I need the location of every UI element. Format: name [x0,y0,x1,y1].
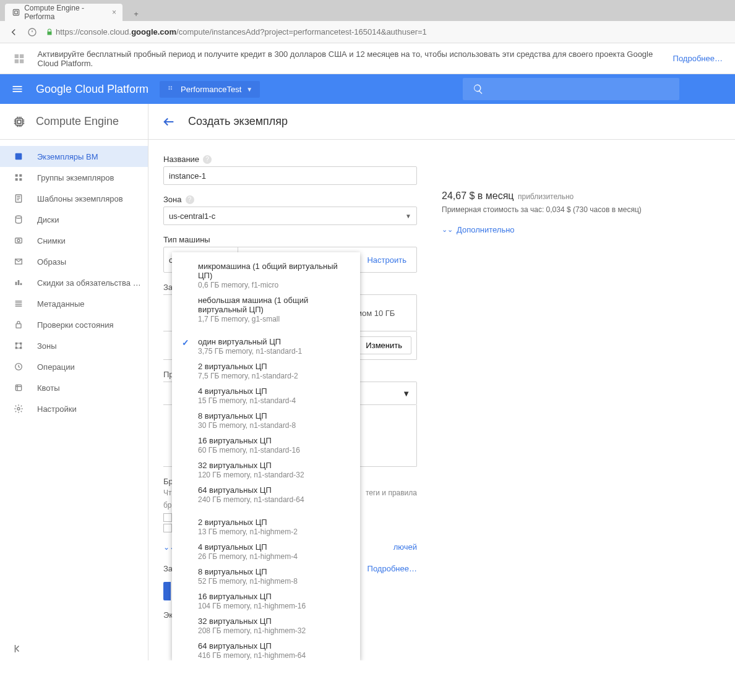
sidebar-item-icon [14,152,26,161]
sidebar-item-label: Проверки состояния [37,320,114,330]
name-input[interactable] [163,166,417,185]
option-subtitle: 26 ГБ memory, n1-highmem-4 [198,552,348,561]
option-title: 8 виртуальных ЦП [198,567,348,576]
machine-type-option[interactable]: 4 виртуальных ЦП15 ГБ memory, n1-standar… [172,383,360,408]
svg-point-6 [171,88,172,90]
machine-type-option[interactable]: 32 виртуальных ЦП208 ГБ memory, n1-highm… [172,613,360,638]
option-title: 2 виртуальных ЦП [198,362,348,371]
sidebar-item-label: Образы [37,257,66,267]
url-bar[interactable]: https://console.cloud.google.com/compute… [56,27,427,36]
change-boot-disk-button[interactable]: Изменить [356,336,411,354]
option-subtitle: 60 ГБ memory, n1-standard-16 [198,446,348,455]
back-arrow-icon[interactable] [162,115,176,129]
sidebar-item[interactable]: Зоны [0,335,148,356]
zone-select[interactable]: us-central1-c ▼ [163,207,417,225]
svg-rect-7 [16,118,23,125]
machine-type-option[interactable]: 4 виртуальных ЦП26 ГБ memory, n1-highmem… [172,539,360,564]
tab-close-icon[interactable]: × [112,8,116,17]
machine-type-option[interactable]: один виртуальный ЦП3,75 ГБ memory, n1-st… [172,334,360,359]
browser-chrome: Compute Engine - Performa × + https://co… [0,0,735,43]
option-title: 2 виртуальных ЦП [198,518,348,527]
sidebar-item[interactable]: Шаблоны экземпляров [0,188,148,209]
sidebar-item[interactable]: Квоты [0,377,148,398]
sidebar-item-label: Диски [37,215,59,224]
sidebar: Compute Engine Экземпляры ВМГруппы экзем… [0,104,148,660]
search-icon [473,83,484,95]
help-icon[interactable]: ? [186,195,194,204]
sidebar-item[interactable]: Экземпляры ВМ [0,146,148,167]
name-label: Название? [163,155,417,164]
machine-type-option[interactable]: 64 виртуальных ЦП240 ГБ memory, n1-stand… [172,482,360,507]
option-subtitle: 104 ГБ memory, n1-highmem-16 [198,602,348,610]
sidebar-item-label: Шаблоны экземпляров [37,194,123,203]
sidebar-item-label: Метаданные [37,299,85,309]
machine-type-option[interactable]: 2 виртуальных ЦП7,5 ГБ memory, n1-standa… [172,359,360,383]
option-title: 4 виртуальных ЦП [198,386,348,396]
cost-expand-link[interactable]: ⌄⌄ Дополнительно [442,225,642,234]
sidebar-header: Compute Engine [0,104,148,140]
svg-point-18 [17,408,20,410]
sidebar-item-icon [14,194,26,203]
sidebar-item-label: Настройки [37,404,77,414]
project-selector[interactable]: PerformanceTest ▼ [160,81,260,98]
sidebar-item-icon [14,404,26,414]
option-subtitle: 208 ГБ memory, n1-highmem-32 [198,626,348,635]
option-title: 64 виртуальных ЦП [198,641,348,651]
option-subtitle: 120 ГБ memory, n1-standard-32 [198,471,348,479]
machine-type-option[interactable]: микромашина (1 общий виртуальный ЦП)0,6 … [172,258,360,292]
caret-down-icon: ▼ [405,213,411,220]
gift-icon [12,51,27,66]
sidebar-item[interactable]: Операции [0,356,148,377]
equiv-label: За [163,564,173,573]
create-button[interactable] [163,582,171,600]
sidebar-item[interactable]: Диски [0,209,148,230]
sidebar-item[interactable]: Снимки [0,230,148,251]
machine-type-option[interactable]: небольшая машина (1 общий виртуальный ЦП… [172,292,360,327]
customize-link[interactable]: Настроить [357,255,416,265]
svg-point-5 [168,88,170,90]
machine-type-option[interactable]: 8 виртуальных ЦП30 ГБ memory, n1-standar… [172,408,360,433]
search-input[interactable] [463,78,679,100]
browser-tab[interactable]: Compute Engine - Performa × [5,4,123,21]
collapse-sidebar-icon[interactable] [12,643,24,654]
machine-type-option[interactable]: 16 виртуальных ЦП60 ГБ memory, n1-standa… [172,433,360,458]
svg-rect-8 [17,120,21,124]
svg-rect-1 [14,11,17,14]
machine-type-option[interactable]: 64 виртуальных ЦП416 ГБ memory, n1-highm… [172,638,360,660]
option-title: 64 виртуальных ЦП [198,485,348,495]
svg-point-11 [15,216,21,218]
menu-icon[interactable] [11,83,24,95]
identity-icon[interactable] [25,25,40,40]
machine-type-option[interactable]: 8 виртуальных ЦП52 ГБ memory, n1-highmem… [172,564,360,589]
option-title: 16 виртуальных ЦП [198,436,348,445]
help-icon[interactable]: ? [203,155,212,164]
sidebar-item-icon [14,257,26,267]
tab-title: Compute Engine - Performa [24,4,112,21]
option-subtitle: 416 ГБ memory, n1-highmem-64 [198,651,348,660]
chevron-down-icon: ⌄⌄ [442,226,453,234]
option-title: 16 виртуальных ЦП [198,592,348,601]
equivalent-label: Эк [163,610,173,620]
promo-link[interactable]: Подробнее… [673,54,723,63]
boot-disk-size: мом 10 ГБ [356,309,395,318]
sidebar-item[interactable]: Метаданные [0,293,148,314]
svg-point-3 [168,86,170,87]
option-title: 32 виртуальных ЦП [198,461,348,470]
machine-type-option[interactable]: 2 виртуальных ЦП13 ГБ memory, n1-highmem… [172,514,360,539]
sidebar-item[interactable]: Образы [0,251,148,272]
sidebar-item[interactable]: Проверки состояния [0,314,148,335]
nav-back-icon[interactable] [6,25,21,40]
sidebar-item[interactable]: Группы экземпляров [0,167,148,188]
machine-type-option[interactable]: 16 виртуальных ЦП104 ГБ memory, n1-highm… [172,589,360,613]
sidebar-item[interactable]: Скидки за обязательства … [0,272,148,293]
sidebar-item-icon [14,320,26,330]
sidebar-item-icon [14,362,26,372]
machine-type-option[interactable]: 32 виртуальных ЦП120 ГБ memory, n1-stand… [172,458,360,482]
sidebar-item[interactable]: Настройки [0,398,148,419]
equiv-more-link[interactable]: Подробнее… [368,564,417,573]
caret-down-icon[interactable]: ▼ [402,389,410,398]
option-subtitle: 3,75 ГБ memory, n1-standard-1 [198,347,348,356]
new-tab-button[interactable]: + [127,6,145,21]
sidebar-item-icon [14,299,26,309]
cost-hourly: Примерная стоимость за час: 0,034 $ (730… [442,205,642,214]
